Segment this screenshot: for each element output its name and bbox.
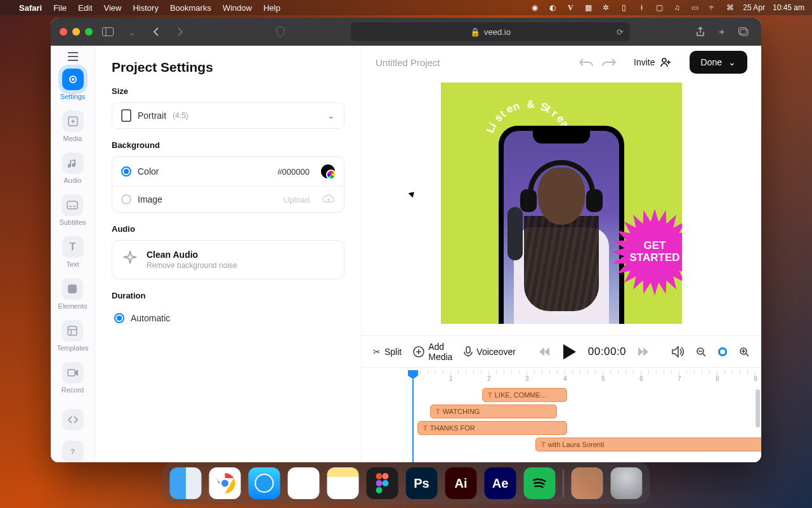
headphones-icon[interactable]: ♫ bbox=[672, 3, 682, 13]
volume-icon[interactable] bbox=[672, 346, 684, 358]
invite-button[interactable]: Invite bbox=[625, 52, 680, 72]
menu-help[interactable]: Help bbox=[263, 3, 280, 13]
upload-icon[interactable] bbox=[322, 194, 335, 204]
dock-trash[interactable] bbox=[611, 467, 643, 499]
redo-button[interactable] bbox=[602, 58, 616, 67]
menu-window[interactable]: Window bbox=[223, 3, 252, 13]
window-close-button[interactable] bbox=[60, 28, 67, 36]
add-media-button[interactable]: Add Media bbox=[413, 342, 452, 362]
zoom-in-button[interactable] bbox=[739, 347, 749, 357]
timeline-scrollbar[interactable] bbox=[756, 389, 760, 427]
done-button[interactable]: Done ⌄ bbox=[690, 51, 747, 74]
status-icon-box[interactable]: ▯ bbox=[619, 3, 629, 13]
timeline-clip[interactable]: TTHANKS FOR bbox=[417, 421, 567, 435]
menu-file[interactable]: File bbox=[53, 3, 67, 13]
nav-collapse[interactable] bbox=[62, 406, 84, 433]
nav-record[interactable]: Record bbox=[62, 359, 84, 396]
player-controls: ✂ Split Add Media Voiceover 00:00:0 bbox=[362, 335, 761, 367]
menu-bookmarks[interactable]: Bookmarks bbox=[170, 3, 211, 13]
back-button[interactable] bbox=[147, 23, 165, 41]
dock-illustrator[interactable]: Ai bbox=[445, 467, 477, 499]
background-color-row[interactable]: Color #000000 bbox=[112, 157, 344, 186]
timeline-tracks[interactable]: TLIKE, COMME…TWATCHINGTTHANKS FORTwith L… bbox=[362, 384, 754, 462]
project-name[interactable]: Untitled Project bbox=[376, 57, 440, 68]
address-bar[interactable]: 🔒 veed.io ⟳ bbox=[296, 22, 685, 41]
dock-slack[interactable]: ✱ bbox=[288, 467, 320, 499]
dock-aftereffects[interactable]: Ae bbox=[485, 467, 516, 499]
split-button[interactable]: ✂ Split bbox=[373, 347, 402, 357]
clean-audio-button[interactable]: Clean Audio Remove background noise bbox=[112, 240, 344, 279]
zoom-out-button[interactable] bbox=[696, 347, 706, 357]
nav-text[interactable]: T Text bbox=[62, 234, 84, 271]
window-maximize-button[interactable] bbox=[85, 28, 93, 36]
color-swatch[interactable] bbox=[321, 164, 335, 178]
size-dropdown[interactable]: Portrait (4:5) ⌄ bbox=[112, 102, 344, 129]
hamburger-icon[interactable] bbox=[63, 52, 83, 61]
voiceover-button[interactable]: Voiceover bbox=[464, 346, 515, 358]
timeline-clip[interactable]: TLIKE, COMME… bbox=[482, 388, 567, 402]
bluetooth-icon[interactable]: ᚼ bbox=[636, 3, 646, 13]
reload-icon[interactable]: ⟳ bbox=[617, 27, 624, 37]
battery-icon[interactable]: ▭ bbox=[690, 3, 700, 13]
nav-help[interactable]: ? bbox=[62, 438, 84, 462]
duration-label: Duration bbox=[112, 291, 344, 300]
status-icon-grid[interactable]: ▦ bbox=[583, 3, 593, 13]
timeline-ruler[interactable] bbox=[362, 368, 761, 383]
dock-spotify[interactable] bbox=[524, 467, 556, 499]
nav-audio[interactable]: Audio bbox=[62, 150, 84, 187]
menu-view[interactable]: View bbox=[104, 3, 122, 13]
undo-button[interactable] bbox=[579, 58, 593, 67]
timeline[interactable]: TLIKE, COMME…TWATCHINGTTHANKS FORTwith L… bbox=[362, 367, 761, 462]
radio-color[interactable] bbox=[121, 166, 131, 177]
status-icon-v[interactable]: V bbox=[565, 3, 575, 13]
control-center-icon[interactable]: ⌘ bbox=[725, 3, 735, 13]
skip-back-button[interactable] bbox=[539, 347, 550, 357]
nav-elements[interactable]: Elements bbox=[58, 276, 88, 312]
shield-icon[interactable] bbox=[272, 23, 289, 41]
dock-finder[interactable] bbox=[170, 467, 202, 499]
dock-figma[interactable] bbox=[367, 467, 398, 499]
text-clip-icon: T bbox=[436, 408, 440, 415]
dock-safari[interactable] bbox=[249, 467, 280, 499]
video-canvas[interactable]: Listen & Stream Now On bbox=[441, 83, 682, 324]
nav-media[interactable]: Media bbox=[62, 108, 84, 145]
display-icon[interactable]: ▢ bbox=[654, 3, 664, 13]
canvas-area[interactable]: Listen & Stream Now On bbox=[362, 79, 761, 335]
status-icon-1[interactable]: ◐ bbox=[547, 3, 558, 13]
burst-badge[interactable]: GET STARTED bbox=[610, 207, 682, 297]
radio-automatic[interactable] bbox=[114, 313, 124, 323]
dock-recent-item[interactable] bbox=[572, 467, 603, 499]
timeline-clip[interactable]: TWATCHING bbox=[430, 404, 557, 418]
menu-history[interactable]: History bbox=[133, 3, 158, 13]
duration-automatic-row[interactable]: Automatic bbox=[112, 307, 344, 323]
nav-templates[interactable]: Templates bbox=[56, 318, 88, 354]
nav-subtitles[interactable]: Subtitles bbox=[59, 192, 86, 229]
sidebar-toggle-icon[interactable] bbox=[99, 23, 117, 41]
skip-forward-button[interactable] bbox=[638, 347, 649, 357]
radio-image[interactable] bbox=[121, 194, 131, 204]
new-tab-icon[interactable]: ＋ bbox=[713, 23, 731, 41]
menu-edit[interactable]: Edit bbox=[78, 3, 92, 13]
timeline-clip[interactable]: Twith Laura Sorenti bbox=[535, 438, 761, 451]
status-icon-asterisk[interactable]: ✲ bbox=[601, 3, 611, 13]
menubar-time[interactable]: 10:45 am bbox=[773, 3, 804, 12]
window-minimize-button[interactable] bbox=[72, 28, 80, 36]
play-button[interactable] bbox=[561, 344, 577, 360]
tabs-overview-icon[interactable] bbox=[735, 23, 752, 41]
wifi-icon[interactable]: ᯤ bbox=[707, 3, 717, 13]
burst-line1: GET bbox=[629, 240, 679, 252]
dock-chrome[interactable] bbox=[209, 467, 241, 499]
invite-label: Invite bbox=[634, 57, 655, 67]
record-icon[interactable]: ◉ bbox=[530, 3, 540, 13]
dock-notes[interactable] bbox=[327, 467, 359, 499]
invite-icon bbox=[660, 57, 672, 67]
dock-photoshop[interactable]: Ps bbox=[406, 467, 438, 499]
background-image-row[interactable]: Image Upload bbox=[112, 186, 344, 212]
forward-button[interactable] bbox=[171, 23, 189, 41]
menubar-date[interactable]: 25 Apr bbox=[743, 3, 765, 12]
phone-mockup[interactable] bbox=[499, 126, 624, 324]
share-icon[interactable] bbox=[691, 23, 709, 41]
chevron-down-icon[interactable]: ⌄ bbox=[123, 23, 141, 41]
nav-settings[interactable]: Settings bbox=[60, 66, 86, 103]
menubar-app-name[interactable]: Safari bbox=[19, 3, 42, 13]
